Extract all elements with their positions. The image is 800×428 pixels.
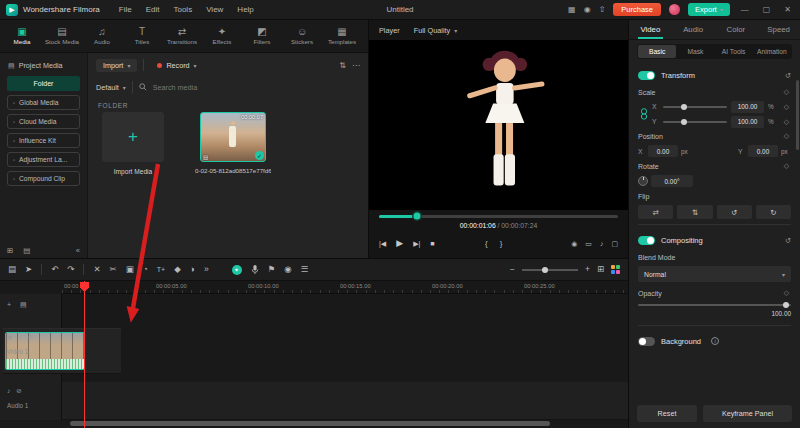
media-clip-card[interactable]: 00:00:07 ▤ ✓ 0-02-05-812ad08517e77fd6...	[200, 112, 266, 175]
zoom-in-icon[interactable]: +	[585, 265, 590, 274]
scale-y-keyframe-icon[interactable]: ◇	[782, 118, 791, 126]
flip-vertical-icon[interactable]: ⇅	[677, 205, 712, 219]
display-mode-icon[interactable]: ▭	[585, 240, 592, 247]
fullscreen-icon[interactable]: ▢	[611, 240, 618, 247]
more-tools-icon[interactable]: »	[204, 265, 209, 274]
tab-templates[interactable]: ▦ Templates	[322, 27, 362, 45]
keyframe-panel-button[interactable]: Keyframe Panel	[703, 405, 792, 422]
sidebar-item-global-media[interactable]: ▫ Global Media	[7, 95, 80, 110]
timeline-hscrollbar[interactable]	[62, 421, 620, 427]
playhead[interactable]	[84, 281, 85, 428]
tab-stock-media[interactable]: ▤ Stock Media	[42, 27, 82, 45]
marker-icon[interactable]: ⚑	[268, 265, 276, 274]
record-button[interactable]: Record ▾	[150, 59, 203, 72]
menu-file[interactable]: File	[112, 5, 139, 14]
link-aspect-icon[interactable]	[638, 108, 649, 120]
close-button[interactable]: ✕	[781, 5, 794, 14]
crop-icon[interactable]: ▣	[126, 265, 134, 274]
rotate-keyframe-icon[interactable]: ◇	[782, 162, 791, 170]
scale-x-keyframe-icon[interactable]: ◇	[782, 103, 791, 111]
voiceover-mic-icon[interactable]	[251, 264, 259, 275]
tab-titles[interactable]: T Titles	[122, 27, 162, 45]
subtab-basic[interactable]: Basic	[638, 45, 676, 58]
sidebar-item-cloud-media[interactable]: ▫ Cloud Media	[7, 114, 80, 129]
keyframe-tool-icon[interactable]: ◆	[174, 265, 181, 274]
tab-audio[interactable]: ♫ Audio	[82, 27, 122, 45]
seek-track[interactable]	[379, 215, 618, 218]
new-folder-icon[interactable]: ⊞	[7, 246, 13, 255]
sidebar-item-adjustment-layer[interactable]: ▫ Adjustment La...	[7, 152, 80, 167]
compositing-reset-icon[interactable]: ↺	[785, 236, 791, 245]
purchase-button[interactable]: Purchase	[613, 3, 661, 16]
select-tool-icon[interactable]: ➤	[25, 265, 32, 274]
reset-button[interactable]: Reset	[637, 405, 697, 422]
subtab-animation[interactable]: Animation	[753, 45, 791, 58]
sidebar-item-project-media[interactable]: ▤ Project Media	[0, 57, 87, 74]
track-list-icon[interactable]: ▤	[20, 301, 27, 309]
user-avatar[interactable]	[669, 4, 680, 15]
speed-icon[interactable]: ◔	[143, 265, 148, 274]
track-mute-icon[interactable]: ♪	[7, 387, 10, 395]
subtab-ai-tools[interactable]: AI Tools	[715, 45, 753, 58]
track-eye-icon[interactable]: ◉	[7, 333, 13, 341]
redo-icon[interactable]: ↷	[67, 265, 74, 274]
chroma-key-icon[interactable]: ◑	[190, 265, 195, 274]
scale-x-value[interactable]: 100.00	[731, 101, 764, 113]
tab-video[interactable]: Video	[629, 20, 672, 39]
maximize-button[interactable]: ▢	[760, 5, 774, 14]
menu-help[interactable]: Help	[230, 5, 260, 14]
flip-horizontal-icon[interactable]: ⇄	[638, 205, 673, 219]
opacity-slider[interactable]	[638, 300, 791, 310]
rotate-ccw-icon[interactable]: ↺	[717, 205, 752, 219]
scale-keyframe-icon[interactable]: ◇	[782, 88, 791, 96]
tab-filters[interactable]: ◩ Filters	[242, 27, 282, 45]
snapshot-icon[interactable]: ◉	[571, 240, 577, 247]
panel-layout-icon[interactable]: ▦	[568, 5, 576, 14]
export-button[interactable]: Export ▾	[688, 3, 730, 16]
minimize-button[interactable]: —	[738, 5, 752, 14]
scale-y-slider[interactable]	[663, 121, 727, 123]
upload-icon[interactable]: ⇧	[599, 5, 606, 14]
menu-view[interactable]: View	[199, 5, 230, 14]
sidebar-item-influence-kit[interactable]: ▫ Influence Kit	[7, 133, 80, 148]
delete-icon[interactable]: ✕	[93, 265, 100, 274]
next-frame-button[interactable]: ▶|	[413, 240, 420, 247]
background-toggle[interactable]	[638, 337, 655, 346]
list-view-icon[interactable]: ▤	[23, 246, 30, 255]
audio-mixer-icon[interactable]: ☰	[301, 265, 309, 274]
zoom-out-icon[interactable]: −	[510, 265, 515, 274]
scale-y-value[interactable]: 100.00	[731, 116, 764, 128]
seek-handle[interactable]	[414, 213, 421, 220]
zoom-slider[interactable]	[522, 269, 578, 271]
opacity-keyframe-icon[interactable]: ◇	[782, 289, 791, 297]
stop-button[interactable]: ■	[430, 240, 434, 247]
menu-edit[interactable]: Edit	[139, 5, 167, 14]
blend-mode-dropdown[interactable]: Normal ▾	[638, 266, 791, 282]
hscroll-thumb[interactable]	[70, 421, 550, 426]
compositing-toggle[interactable]	[638, 236, 655, 245]
subtab-mask[interactable]: Mask	[676, 45, 714, 58]
keyframe-curve-icon[interactable]	[611, 265, 620, 274]
rotate-cw-icon[interactable]: ↻	[756, 205, 791, 219]
mark-out-button[interactable]: }	[500, 239, 503, 248]
import-button[interactable]: Import ▾	[96, 59, 137, 72]
ai-assistant-icon[interactable]: ✦	[232, 265, 242, 275]
sidebar-item-folder[interactable]: Folder	[7, 76, 80, 91]
play-button[interactable]: ▶	[396, 238, 403, 248]
quality-dropdown[interactable]: Full Quality ▾	[414, 26, 458, 35]
pos-y-value[interactable]: 0.00	[748, 145, 778, 157]
fit-timeline-icon[interactable]: ⊞	[597, 265, 604, 274]
add-track-icon[interactable]: +	[7, 301, 11, 309]
volume-icon[interactable]: ♪	[600, 240, 604, 247]
position-keyframe-icon[interactable]: ◇	[782, 132, 791, 140]
tab-effects[interactable]: ✦ Effects	[202, 27, 242, 45]
track-mute-icon[interactable]: ♪	[19, 333, 22, 341]
previous-frame-button[interactable]: |◀	[379, 240, 386, 247]
transform-reset-icon[interactable]: ↺	[785, 71, 791, 80]
track-manager-icon[interactable]: ▤	[8, 265, 16, 274]
search-input[interactable]: Search media	[153, 83, 197, 92]
import-media-tile[interactable]: + Import Media	[102, 112, 164, 175]
mark-in-button[interactable]: {	[485, 239, 488, 248]
more-options-icon[interactable]: ⋯	[352, 61, 360, 70]
tab-color[interactable]: Color	[715, 20, 758, 39]
